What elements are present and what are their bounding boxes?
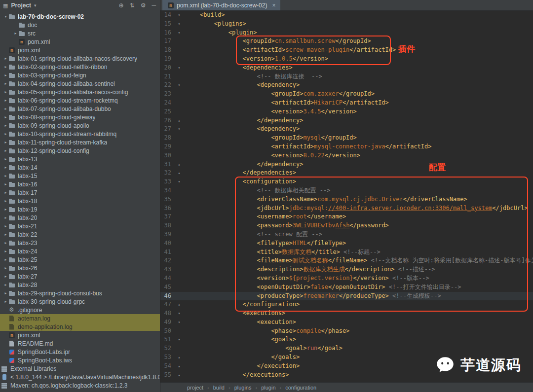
tree-item[interactable]: ▸labx-02-spring-cloud-netflix-ribbon xyxy=(0,63,160,71)
breadcrumb-item[interactable]: configuration xyxy=(276,385,317,391)
sort-icon[interactable]: ⇅ xyxy=(130,2,135,9)
tree-item[interactable]: demo-application.log xyxy=(0,322,160,331)
fold-icon[interactable]: ▴ xyxy=(174,362,184,371)
code-text[interactable]: <executions> xyxy=(184,309,285,318)
code-text[interactable]: <dependency> xyxy=(184,81,300,90)
code-text[interactable]: <version>8.0.22</version> xyxy=(184,151,360,160)
fold-icon[interactable]: ▴ xyxy=(174,300,184,309)
tree-item[interactable]: ▸labx-27 xyxy=(0,272,160,281)
fold-icon[interactable]: ▴ xyxy=(174,353,184,362)
tree-item[interactable]: ▸labx-25 xyxy=(0,255,160,264)
tree-item[interactable]: ▸labx-12-spring-cloud-config xyxy=(0,146,160,155)
tree-item[interactable]: ▸labx-09-spring-cloud-apollo xyxy=(0,121,160,130)
tree-item[interactable]: ▸labx-05-spring-cloud-alibaba-nacos-conf… xyxy=(0,88,160,96)
chevron-down-icon[interactable]: ▾ xyxy=(3,14,8,19)
code-text[interactable]: <username>root</username> xyxy=(184,213,346,221)
fold-icon[interactable]: ▾ xyxy=(174,309,184,318)
fold-icon[interactable]: ▾ xyxy=(174,178,184,186)
tree-item[interactable]: < 1.8.0_144 > /Library/Java/JavaVirtualM… xyxy=(0,373,160,381)
code-text[interactable]: <version>1.0.5</version> xyxy=(184,55,328,64)
code-text[interactable]: <groupId>cn.smallbun.screw</groupId> xyxy=(184,37,371,46)
chevron-right-icon[interactable]: ▸ xyxy=(3,81,8,86)
tree-item[interactable]: pom.xml xyxy=(0,331,160,339)
chevron-right-icon[interactable]: ▸ xyxy=(3,90,8,94)
chevron-right-icon[interactable]: ▸ xyxy=(3,115,8,119)
breadcrumb-item[interactable]: plugins xyxy=(225,385,252,391)
tree-item[interactable]: ▸labx-22 xyxy=(0,230,160,239)
code-text[interactable]: <goal>run</goal> xyxy=(184,344,343,353)
chevron-right-icon[interactable]: ▸ xyxy=(3,232,8,237)
code-text[interactable]: <!-- 数据库相关配置 --> xyxy=(184,186,331,195)
code-text[interactable]: <title>数据库文档</title> <!--标题--> xyxy=(184,248,381,257)
tree-item[interactable]: ▸labx-17 xyxy=(0,188,160,197)
chevron-right-icon[interactable]: ▸ xyxy=(3,123,8,128)
tree-item[interactable]: pom.xml xyxy=(0,37,160,46)
tree-item[interactable]: ▸labx-23 xyxy=(0,239,160,247)
chevron-right-icon[interactable]: ▸ xyxy=(3,140,8,144)
web-icon[interactable]: ⊕ xyxy=(119,2,124,9)
tree-item[interactable]: SpringBoot-Labs.ipr xyxy=(0,348,160,356)
fold-icon[interactable]: ▾ xyxy=(174,335,184,344)
chevron-right-icon[interactable]: ▸ xyxy=(3,65,8,69)
chevron-right-icon[interactable]: ▸ xyxy=(3,215,8,220)
chevron-right-icon[interactable]: ▸ xyxy=(3,257,8,262)
code-text[interactable]: </goals> xyxy=(184,353,300,362)
chevron-right-icon[interactable]: ▸ xyxy=(3,182,8,186)
chevron-right-icon[interactable]: ▸ xyxy=(3,266,8,270)
code-text[interactable]: <dependencies> xyxy=(184,64,293,72)
tree-item[interactable]: ▸labx-07-spring-cloud-alibaba-dubbo xyxy=(0,105,160,113)
chevron-right-icon[interactable]: ▸ xyxy=(3,283,8,287)
tree-item[interactable]: ▸labx-28 xyxy=(0,281,160,289)
tree-item[interactable]: ▸labx-04-spring-cloud-alibaba-sentinel xyxy=(0,79,160,88)
code-text[interactable]: <groupId>com.zaxxer</groupId> xyxy=(184,90,375,99)
tree-item[interactable]: ▸labx-18 xyxy=(0,197,160,205)
tree-item[interactable]: Maven: ch.qos.logback:logback-classic:1.… xyxy=(0,381,160,390)
code-text[interactable]: </executions> xyxy=(184,371,289,380)
chevron-right-icon[interactable]: ▸ xyxy=(3,132,8,136)
code-text[interactable]: <fileName>测试文档名称</fileName> <!--文档名称 为空时… xyxy=(184,256,533,265)
fold-icon[interactable]: ▾ xyxy=(174,125,184,134)
chevron-right-icon[interactable]: ▸ xyxy=(3,157,8,161)
tree-item[interactable]: ▸labx-06-spring-cloud-stream-rocketmq xyxy=(0,96,160,105)
code-text[interactable]: <artifactId>HikariCP</artifactId> xyxy=(184,99,389,107)
tab-pom-xml[interactable]: pom.xml (lab-70-db-doc-screw-02) × xyxy=(162,0,280,10)
settings-icon[interactable]: ⚙ xyxy=(141,2,146,9)
hide-panel-icon[interactable]: ─ xyxy=(152,2,156,9)
code-text[interactable]: </dependencies> xyxy=(184,169,296,178)
code-text[interactable]: <goals> xyxy=(184,335,296,344)
chevron-right-icon[interactable]: ▸ xyxy=(3,174,8,178)
fold-icon[interactable]: ▾ xyxy=(174,20,184,29)
code-text[interactable]: <openOutputDir>false</openOutputDir> <!-… xyxy=(184,283,461,292)
tree-item[interactable]: .gitignore xyxy=(0,306,160,314)
chevron-right-icon[interactable]: ▸ xyxy=(3,98,8,103)
code-text[interactable]: <driverClassName>com.mysql.cj.jdbc.Drive… xyxy=(184,195,467,204)
breadcrumb-item[interactable]: project xyxy=(187,385,203,391)
code-text[interactable]: </dependency> xyxy=(184,160,303,169)
chevron-right-icon[interactable]: ▸ xyxy=(3,73,8,77)
tree-item[interactable]: External Libraries xyxy=(0,364,160,373)
chevron-right-icon[interactable]: ▸ xyxy=(3,107,8,111)
chevron-right-icon[interactable]: ▸ xyxy=(3,241,8,245)
chevron-right-icon[interactable]: ▸ xyxy=(3,207,8,212)
code-text[interactable]: <artifactId>screw-maven-plugin</artifact… xyxy=(184,46,396,55)
chevron-right-icon[interactable]: ▸ xyxy=(3,299,8,304)
fold-icon[interactable]: ▾ xyxy=(174,11,184,20)
tree-item[interactable]: ▸labx-19 xyxy=(0,205,160,214)
chevron-right-icon[interactable]: ▸ xyxy=(3,199,8,203)
breadcrumb-item[interactable]: plugin xyxy=(251,385,275,391)
tree-item[interactable]: ▸labx-08-spring-cloud-gateway xyxy=(0,113,160,121)
code-text[interactable]: <configuration> xyxy=(184,178,296,186)
code-text[interactable]: </configuration> xyxy=(184,300,300,309)
code-text[interactable]: <phase>compile</phase> xyxy=(184,327,349,336)
tree-item[interactable]: ▸labx-30-spring-cloud-grpc xyxy=(0,297,160,306)
code-text[interactable]: <dependency> xyxy=(184,125,300,134)
project-panel-title[interactable]: Project xyxy=(11,2,31,9)
tree-item[interactable]: pom.xml xyxy=(0,46,160,54)
tree-item[interactable]: ▸labx-13 xyxy=(0,155,160,163)
tree-item[interactable]: ▾lab-70-db-doc-screw-02 xyxy=(0,12,160,21)
tree-item[interactable]: README.md xyxy=(0,339,160,348)
code-text[interactable]: <version>${project.version}</version> <!… xyxy=(184,274,429,283)
fold-icon[interactable]: ▾ xyxy=(174,64,184,72)
code-text[interactable]: <groupId>mysql</groupId> xyxy=(184,134,357,143)
code-text[interactable]: <produceType>freemarker</produceType> <!… xyxy=(184,292,441,301)
